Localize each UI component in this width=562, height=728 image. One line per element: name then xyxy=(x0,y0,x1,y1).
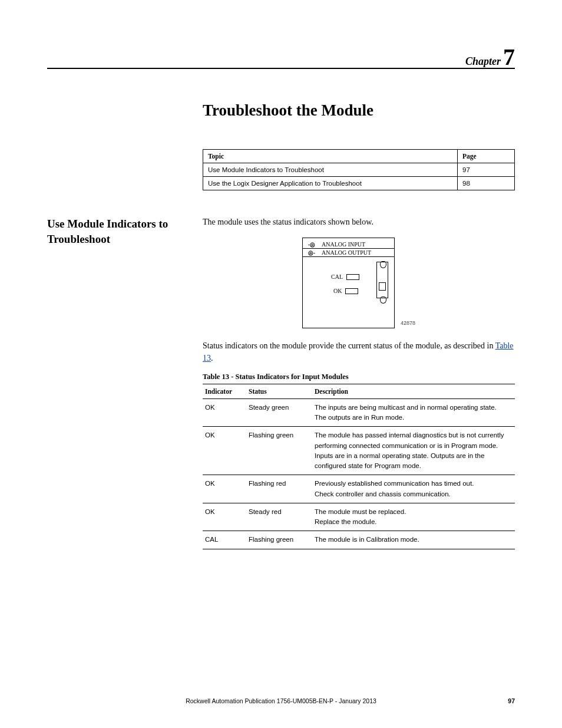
cal-led-icon xyxy=(346,274,359,280)
screw-bottom-icon xyxy=(380,297,386,304)
diagram-body: CAL OK xyxy=(303,257,394,310)
table-caption: Table 13 - Status Indicators for Input M… xyxy=(203,373,515,381)
indicator-cell: CAL xyxy=(203,531,246,549)
para2-b: . xyxy=(211,354,213,363)
table-row: OK Steady green The inputs are being mul… xyxy=(203,398,515,427)
description-cell: The module has passed internal diagnosti… xyxy=(312,427,515,475)
status-header-description: Description xyxy=(312,384,515,398)
connector-inner-icon xyxy=(379,282,386,291)
chapter-word: Chapter xyxy=(465,55,501,67)
status-table: Indicator Status Description OK Steady g… xyxy=(203,384,515,549)
diagram-led-cal: CAL xyxy=(331,274,359,280)
indicator-cell: OK xyxy=(203,398,246,427)
section-row: Use Module Indicators to Troubleshoot Th… xyxy=(47,216,515,549)
diagram-id: 42878 xyxy=(401,320,415,328)
side-heading: Use Module Indicators to Troubleshoot xyxy=(47,216,203,246)
module-diagram-wrap: -◎ ANALOG INPUT ◎- ANALOG OUTPUT CAL OK xyxy=(203,238,515,328)
topic-header-topic: Topic xyxy=(203,150,458,163)
topic-cell: Use the Logix Designer Application to Tr… xyxy=(203,177,458,190)
description-cell: The module is in Calibration mode. xyxy=(312,531,515,549)
page-title: Troubleshoot the Module xyxy=(203,101,515,120)
footer-page-number: 97 xyxy=(497,697,515,704)
chapter-number: 7 xyxy=(503,44,515,70)
topic-header-page: Page xyxy=(458,150,515,163)
status-paragraph: Status indicators on the module provide … xyxy=(203,340,515,364)
table-row: OK Flashing green The module has passed … xyxy=(203,427,515,475)
status-cell: Flashing red xyxy=(246,475,312,503)
status-cell: Steady green xyxy=(246,398,312,427)
para2-a: Status indicators on the module provide … xyxy=(203,341,495,350)
table-row: Use Module Indicators to Troubleshoot 97 xyxy=(203,163,515,177)
table-row: OK Flashing red Previously established c… xyxy=(203,475,515,503)
status-cell: Steady red xyxy=(246,503,312,531)
table-row: CAL Flashing green The module is in Cali… xyxy=(203,531,515,549)
arrow-out-icon: ◎- xyxy=(306,249,317,256)
intro-paragraph: The module uses the status indicators sh… xyxy=(203,216,515,228)
chapter-label: Chapter7 xyxy=(465,43,515,71)
topic-cell: Use Module Indicators to Troubleshoot xyxy=(203,163,458,177)
status-cell: Flashing green xyxy=(246,427,312,475)
diagram-label-output: ANALOG OUTPUT xyxy=(322,249,371,256)
description-cell: The module must be replaced. Replace the… xyxy=(312,503,515,531)
cal-label: CAL xyxy=(331,274,343,280)
description-cell: Previously established communication has… xyxy=(312,475,515,503)
connector-icon xyxy=(376,262,388,298)
status-header-indicator: Indicator xyxy=(203,384,246,398)
footer-publication: Rockwell Automation Publication 1756-UM0… xyxy=(65,697,497,704)
diagram-label-input: ANALOG INPUT xyxy=(322,241,365,248)
chapter-header-rule: Chapter7 xyxy=(47,68,515,69)
page-footer: Rockwell Automation Publication 1756-UM0… xyxy=(47,697,515,704)
module-diagram: -◎ ANALOG INPUT ◎- ANALOG OUTPUT CAL OK xyxy=(302,238,395,328)
diagram-led-ok: OK xyxy=(333,288,358,294)
indicator-cell: OK xyxy=(203,503,246,531)
diagram-row-output: ◎- ANALOG OUTPUT xyxy=(303,249,394,257)
status-cell: Flashing green xyxy=(246,531,312,549)
indicator-cell: OK xyxy=(203,475,246,503)
arrow-in-icon: -◎ xyxy=(306,241,317,248)
page-cell: 97 xyxy=(458,163,515,177)
table-row: OK Steady red The module must be replace… xyxy=(203,503,515,531)
screw-top-icon xyxy=(380,261,386,268)
diagram-row-input: -◎ ANALOG INPUT xyxy=(303,238,394,249)
description-cell: The inputs are being multicast and in no… xyxy=(312,398,515,427)
status-header-status: Status xyxy=(246,384,312,398)
section-body: The module uses the status indicators sh… xyxy=(203,216,515,549)
ok-label: OK xyxy=(333,288,342,294)
page-cell: 98 xyxy=(458,177,515,190)
indicator-cell: OK xyxy=(203,427,246,475)
footer-spacer xyxy=(47,697,65,704)
topic-table-container: Topic Page Use Module Indicators to Trou… xyxy=(203,149,515,190)
ok-led-icon xyxy=(345,288,358,294)
table-row: Use the Logix Designer Application to Tr… xyxy=(203,177,515,190)
topic-table: Topic Page Use Module Indicators to Trou… xyxy=(203,149,515,190)
